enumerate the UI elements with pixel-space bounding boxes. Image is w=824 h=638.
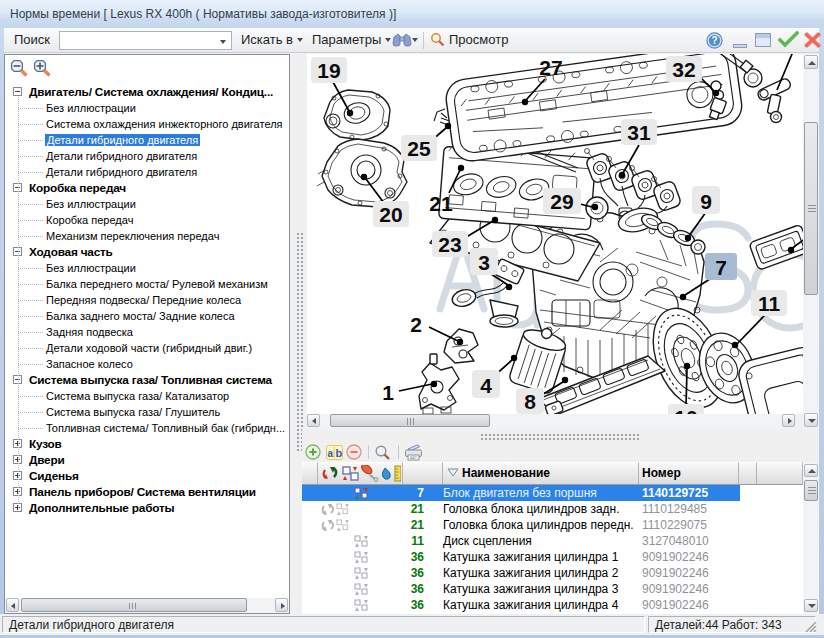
svg-text:10: 10 — [674, 406, 697, 414]
svg-text:3: 3 — [478, 251, 490, 274]
svg-text:31: 31 — [627, 121, 651, 144]
svg-text:20: 20 — [379, 203, 402, 226]
svg-text:9: 9 — [700, 190, 712, 213]
svg-text:1: 1 — [382, 381, 394, 404]
svg-text:11: 11 — [758, 292, 781, 315]
svg-text:23: 23 — [438, 233, 461, 256]
svg-text:2: 2 — [410, 313, 422, 336]
svg-text:4: 4 — [480, 374, 492, 397]
svg-text:7: 7 — [715, 256, 727, 279]
svg-text:29: 29 — [550, 190, 573, 213]
svg-text:b: b — [336, 447, 343, 459]
svg-text:?: ? — [711, 35, 717, 46]
svg-text:27: 27 — [539, 56, 562, 79]
svg-text:21: 21 — [429, 192, 453, 215]
svg-text:8: 8 — [524, 390, 536, 413]
svg-text:19: 19 — [317, 59, 340, 82]
svg-text:25: 25 — [407, 137, 431, 160]
svg-text:a: a — [328, 448, 334, 459]
svg-text:32: 32 — [672, 58, 695, 81]
